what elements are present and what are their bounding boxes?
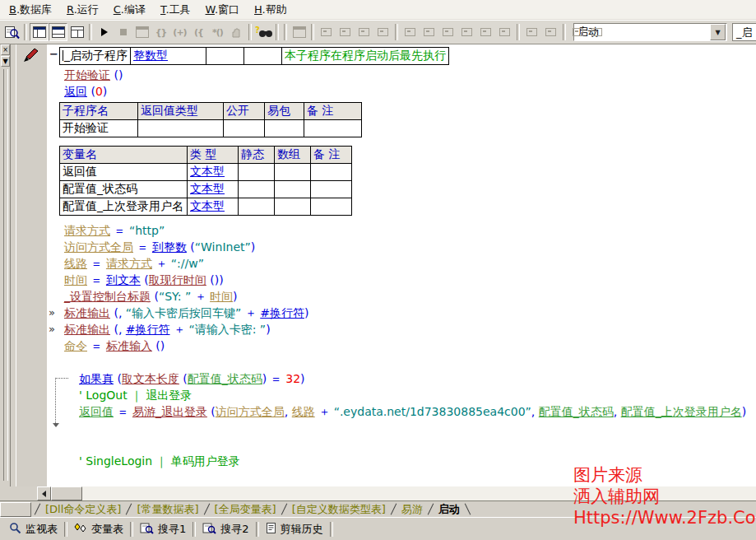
function-header-cell[interactable]	[244, 48, 282, 65]
run-icon[interactable]	[95, 23, 114, 41]
code-line[interactable]: »标准输出 (, “输入卡密后按回车键” ＋ #换行符)	[64, 305, 746, 321]
table-cell[interactable]	[239, 181, 275, 198]
code-line[interactable]: »标准输出 (, #换行符 ＋ “请输入卡密: ”)	[64, 321, 746, 338]
table-cell[interactable]	[265, 120, 304, 137]
tab-0[interactable]: [Dll命令定义表]	[42, 501, 124, 518]
table-cell[interactable]: 配置值_上次登录用户名	[60, 198, 188, 216]
code-line[interactable]: 时间 ＝ 到文本 (取现行时间 ())	[64, 272, 746, 288]
stop-icon	[114, 23, 132, 41]
code-line[interactable]: 如果真 (取文本长度 (配置值_状态码) ＝ 32)	[64, 370, 746, 387]
table-cell[interactable]	[239, 198, 275, 216]
text-caret	[63, 50, 63, 61]
table-row: 配置值_状态码文本型	[60, 181, 352, 198]
panel-tab-剪辑历史[interactable]: 剪辑历史	[261, 520, 328, 538]
code-token: ＝	[87, 339, 106, 352]
code-token: 到文本	[106, 273, 141, 286]
menu-database[interactable]: B.数据库	[2, 0, 59, 20]
panel-tab-监视表[interactable]: 监视表	[4, 520, 63, 538]
table-cell[interactable]	[275, 198, 311, 216]
panel-tab-label: 监视表	[26, 522, 58, 537]
table-cell[interactable]: 文本型	[188, 164, 239, 181]
table-cell[interactable]: 文本型	[188, 181, 239, 198]
table-cell[interactable]	[239, 164, 275, 181]
same-height-icon	[541, 23, 560, 41]
tab-active-5[interactable]: 启动	[435, 501, 463, 518]
code-token: 线路	[292, 405, 315, 418]
table-cell[interactable]	[275, 181, 311, 198]
close-icon[interactable]: ×	[1, 44, 10, 55]
code-line[interactable]: 请求方式 ＝ “http”	[64, 222, 746, 239]
menu-window[interactable]: W.窗口	[198, 0, 248, 20]
table-cell[interactable]	[275, 164, 311, 181]
print-preview-icon[interactable]	[2, 23, 21, 41]
table-row: 返回值文本型	[60, 164, 352, 181]
toolbar-separator	[284, 24, 287, 40]
table-cell[interactable]: 开始验证	[60, 120, 138, 137]
watermark: 图片来源洒入辅助网Https://Www.2Fzb.Com	[573, 464, 756, 528]
function-header-cell[interactable]: _启动子程序	[60, 48, 131, 65]
menu-help[interactable]: H.帮助	[247, 0, 295, 20]
scrollbar-thumb[interactable]	[51, 486, 82, 500]
table-cell[interactable]	[138, 120, 224, 137]
code-token: ()	[110, 68, 123, 81]
panel-splitter[interactable]	[3, 69, 8, 481]
code-line[interactable]: 返回 (0)	[64, 83, 123, 100]
code-line[interactable]: _设置控制台标题 (“SY: ” ＋ 时间)	[64, 288, 746, 305]
panel-tab-搜寻1[interactable]: 搜寻1	[135, 520, 191, 538]
search-book-icon	[202, 522, 216, 537]
tab-3[interactable]: [自定义数据类型表]	[289, 501, 389, 518]
menu-run[interactable]: R.运行	[59, 0, 106, 20]
table-cell[interactable]: 配置值_状态码	[60, 181, 188, 198]
elang-ide-window: B.数据库R.运行C.编译T.工具W.窗口H.帮助 启动 ▼ _启 {}(+)(…	[0, 0, 756, 540]
code-token: 到整数	[152, 240, 187, 254]
fold-collapse-icon[interactable]: −	[49, 48, 58, 60]
tab-4[interactable]: 易游	[398, 501, 426, 518]
code-line[interactable]: 命令 ＝ 标准输入 ()	[64, 338, 746, 354]
tab-2[interactable]: [全局变量表]	[211, 501, 280, 518]
chevron-down-icon[interactable]: ▼	[710, 24, 726, 40]
chevron-down-icon[interactable]: ▼	[1, 56, 10, 67]
panel-tab-搜寻2[interactable]: 搜寻2	[197, 520, 253, 538]
menu-tools[interactable]: T.工具	[153, 0, 198, 20]
align-right-icon	[336, 23, 355, 41]
code-token: )	[742, 405, 746, 418]
layout-output-icon[interactable]	[49, 23, 67, 41]
code-token: 请求方式	[106, 257, 152, 270]
code-line[interactable]: ' LogOut ｜ 退出登录	[64, 387, 746, 403]
scroll-left-button[interactable]	[37, 486, 51, 500]
table-cell[interactable]	[311, 181, 352, 198]
code-token: 访问方式全局	[216, 405, 285, 418]
toolbar-separator	[276, 24, 279, 40]
layout-grid-icon[interactable]	[67, 23, 86, 41]
code-token: 易游_退出登录	[132, 405, 207, 418]
output-marker-icon: »	[49, 305, 53, 321]
tab-1[interactable]: [常量数据表]	[133, 501, 202, 518]
table-cell[interactable]	[311, 198, 352, 216]
code-token: ＋	[191, 290, 210, 303]
code-line[interactable]	[64, 354, 746, 370]
table-cell[interactable]	[224, 120, 265, 137]
code-line[interactable]: 开始验证 ()	[64, 67, 123, 83]
code-line[interactable]: 线路 ＝ 请求方式 ＋ “://w”	[64, 255, 746, 272]
toolbar-separator	[248, 24, 252, 40]
function-header-cell[interactable]: 本子程序在程序启动后最先执行	[282, 48, 449, 65]
layout-workspace-icon[interactable]	[30, 23, 49, 41]
code-editor[interactable]: − _启动子程序整数型本子程序在程序启动后最先执行 开始验证 ()返回 (0) …	[47, 44, 756, 486]
table-cell[interactable]: 返回值	[60, 164, 188, 181]
panel-tab-变量表[interactable]: 变量表	[69, 520, 128, 538]
panel-separator	[130, 522, 133, 537]
code-token: 访问方式全局	[64, 240, 133, 254]
code-line[interactable]	[64, 436, 746, 453]
find-icon[interactable]: ?	[254, 23, 273, 41]
code-line[interactable]	[64, 420, 746, 436]
code-line[interactable]: 访问方式全局 ＝ 到整数 (“WinInet”)	[64, 239, 746, 255]
function-header-cell[interactable]: 整数型	[131, 48, 206, 65]
table-cell[interactable]	[304, 120, 362, 137]
code-line[interactable]: 返回值 ＝ 易游_退出登录 (访问方式全局, 线路 ＋ “.eydata.net…	[64, 403, 746, 420]
sub-name-field[interactable]: _启	[732, 23, 756, 41]
function-header-cell[interactable]	[206, 48, 244, 65]
panel-tab-label: 搜寻1	[158, 522, 186, 537]
menu-compile[interactable]: C.编译	[106, 0, 153, 20]
table-cell[interactable]: 文本型	[188, 198, 239, 216]
table-cell[interactable]	[311, 164, 352, 181]
